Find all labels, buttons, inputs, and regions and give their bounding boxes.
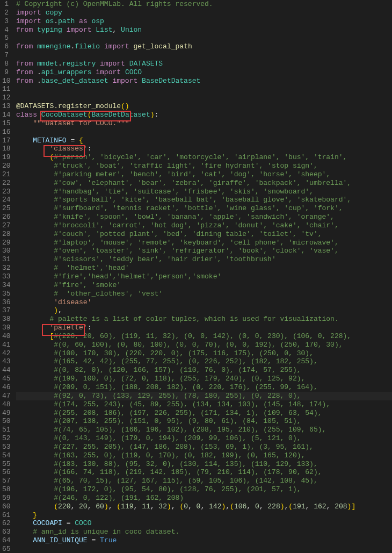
line-number: 7 <box>2 51 9 60</box>
line-number: 4 <box>2 26 9 34</box>
code-line[interactable]: 'palette': <box>16 324 392 332</box>
code-line[interactable]: from .base_det_dataset import BaseDetDat… <box>16 77 392 85</box>
line-number: 50 <box>2 417 9 426</box>
code-line[interactable]: 'classes': <box>16 145 392 153</box>
line-number: 14 <box>2 111 9 119</box>
code-line[interactable]: from typing import List, Union <box>16 26 392 34</box>
code-line[interactable] <box>16 51 392 60</box>
code-line[interactable]: #(74, 65, 105), (166, 196, 102), (208, 1… <box>16 426 392 434</box>
code-line[interactable]: # ann_id is unique in coco dataset. <box>16 528 392 536</box>
code-line[interactable]: #'sports ball', 'kite', 'baseball bat', … <box>16 196 392 204</box>
code-line[interactable]: from mmengine.fileio import get_local_pa… <box>16 42 392 51</box>
code-line[interactable]: #(166, 74, 118), (219, 142, 185), (79, 2… <box>16 468 392 477</box>
code-line[interactable]: #(227, 255, 205), (147, 186, 208), (153,… <box>16 443 392 451</box>
line-number: 23 <box>2 188 9 196</box>
code-line[interactable] <box>16 128 392 137</box>
code-line[interactable]: #(246, 0, 122), (191, 162, 208) <box>16 494 392 502</box>
line-number: 26 <box>2 213 9 221</box>
line-number: 46 <box>2 383 9 392</box>
code-line[interactable]: #(165, 42, 42), (255, 77, 255), (0, 226,… <box>16 357 392 366</box>
code-line[interactable]: #(0, 82, 0), (120, 166, 157), (110, 76, … <box>16 366 392 375</box>
code-line[interactable]: #'handbag', 'tie', 'suitcase', 'frisbee'… <box>16 188 392 196</box>
code-line[interactable]: #(92, 0, 73), (133, 129, 255), (78, 180,… <box>16 392 392 400</box>
line-number: 36 <box>2 298 9 307</box>
code-line[interactable] <box>16 34 392 42</box>
code-line[interactable]: (220, 20, 60), (119, 11, 32), (0, 0, 142… <box>16 502 392 511</box>
line-number: 10 <box>2 77 9 85</box>
code-editor: 1234567891011121314151617181920212223242… <box>0 0 392 553</box>
line-number: 47 <box>2 392 9 400</box>
code-line[interactable]: #(209, 0, 151), (188, 208, 182), (0, 220… <box>16 383 392 392</box>
code-line[interactable]: ), <box>16 306 392 315</box>
line-number: 58 <box>2 485 9 494</box>
code-line[interactable] <box>16 85 392 94</box>
line-number: 48 <box>2 400 9 409</box>
code-line[interactable]: #'scissors', 'teddy bear', 'hair drier',… <box>16 255 392 264</box>
code-line[interactable]: #(196, 172, 0), (95, 54, 80), (128, 76, … <box>16 485 392 494</box>
code-line[interactable]: ANN_ID_UNIQUE = True <box>16 536 392 545</box>
code-line[interactable]: #(0, 60, 100), (0, 80, 100), (0, 0, 70),… <box>16 341 392 349</box>
code-line[interactable]: #'parking meter', 'bench', 'bird', 'cat'… <box>16 170 392 179</box>
line-number: 13 <box>2 102 9 111</box>
line-number: 40 <box>2 332 9 341</box>
code-line[interactable]: class CocoDataset(BaseDetDataset): <box>16 111 392 119</box>
code-line[interactable]: METAINFO = { <box>16 137 392 145</box>
code-line[interactable]: # palette is a list of color tuples, whi… <box>16 315 392 324</box>
code-line[interactable]: } <box>16 511 392 520</box>
line-number: 20 <box>2 162 9 170</box>
line-number: 64 <box>2 536 9 545</box>
code-line[interactable] <box>16 545 392 553</box>
code-line[interactable]: @DATASETS.register_module() <box>16 102 392 111</box>
line-number: 15 <box>2 119 9 128</box>
code-line[interactable]: import copy <box>16 9 392 17</box>
code-line[interactable]: import os.path as osp <box>16 17 392 26</box>
line-number: 27 <box>2 221 9 230</box>
code-line[interactable]: #(199, 100, 0), (72, 0, 118), (255, 179,… <box>16 375 392 383</box>
code-line[interactable] <box>16 94 392 102</box>
code-line[interactable]: #'cow', 'elephant', 'bear', 'zebra', 'gi… <box>16 179 392 188</box>
code-line[interactable]: #'broccoli', 'carrot', 'hot dog', 'pizza… <box>16 221 392 230</box>
line-number: 29 <box>2 239 9 247</box>
code-line[interactable]: #(65, 70, 15), (127, 167, 115), (59, 105… <box>16 477 392 485</box>
line-number: 45 <box>2 375 9 383</box>
line-number: 38 <box>2 315 9 324</box>
code-line[interactable]: # 'other_clothes', 'vest' <box>16 290 392 298</box>
line-number: 62 <box>2 519 9 528</box>
code-line[interactable]: from mmdet.registry import DATASETS <box>16 60 392 68</box>
code-line[interactable]: #'fire', 'smoke' <box>16 281 392 290</box>
code-line[interactable]: #(163, 255, 0), (119, 0, 170), (0, 182, … <box>16 451 392 460</box>
code-line[interactable]: from .api_wrappers import COCO <box>16 68 392 77</box>
code-line[interactable]: #(100, 170, 30), (220, 220, 0), (175, 11… <box>16 349 392 358</box>
code-line[interactable]: #(0, 143, 149), (179, 0, 194), (209, 99,… <box>16 434 392 443</box>
code-line[interactable]: (#'person', 'bicycle', 'car', 'motorcycl… <box>16 153 392 162</box>
code-line[interactable]: # 'helmet','head' <box>16 264 392 272</box>
code-line[interactable]: #'laptop', 'mouse', 'remote', 'keyboard'… <box>16 239 392 247</box>
code-area[interactable]: # Copyright (c) OpenMMLab. All rights re… <box>15 0 392 553</box>
code-line[interactable]: #'surfboard', 'tennis racket', 'bottle',… <box>16 204 392 213</box>
code-line[interactable]: #(207, 138, 255), (151, 0, 95), (9, 80, … <box>16 417 392 426</box>
code-line[interactable]: # Copyright (c) OpenMMLab. All rights re… <box>16 0 392 9</box>
code-line[interactable]: COCOAPI = COCO <box>16 519 392 528</box>
code-line[interactable]: #(174, 255, 243), (45, 89, 255), (134, 1… <box>16 400 392 409</box>
code-line[interactable]: #'truck', 'boat', 'traffic light', 'fire… <box>16 162 392 170</box>
line-number: 3 <box>2 17 9 26</box>
line-number: 41 <box>2 341 9 349</box>
line-number: 37 <box>2 306 9 315</box>
code-line[interactable]: #'knife', 'spoon', 'bowl', 'banana', 'ap… <box>16 213 392 221</box>
code-line[interactable]: #(183, 130, 88), (95, 32, 0), (130, 114,… <box>16 460 392 469</box>
line-number: 19 <box>2 153 9 162</box>
code-line[interactable]: """Dataset for COCO.""" <box>16 119 392 128</box>
code-line[interactable]: 'disease' <box>16 298 392 307</box>
line-number: 11 <box>2 85 9 94</box>
line-number: 49 <box>2 409 9 418</box>
line-number: 32 <box>2 264 9 272</box>
line-number: 6 <box>2 42 9 51</box>
code-line[interactable]: #'oven', 'toaster', 'sink', 'refrigerato… <box>16 247 392 255</box>
line-number: 31 <box>2 255 9 264</box>
line-number: 24 <box>2 196 9 204</box>
code-line[interactable]: #(255, 208, 186), (197, 226, 255), (171,… <box>16 409 392 418</box>
code-line[interactable]: [#(220, 20, 60), (119, 11, 32), (0, 0, 1… <box>16 332 392 341</box>
code-line[interactable]: #'couch', 'potted plant', 'bed', 'dining… <box>16 230 392 239</box>
code-line[interactable]: #'fire','head','helmet','person','smoke' <box>16 272 392 281</box>
line-number: 59 <box>2 494 9 502</box>
